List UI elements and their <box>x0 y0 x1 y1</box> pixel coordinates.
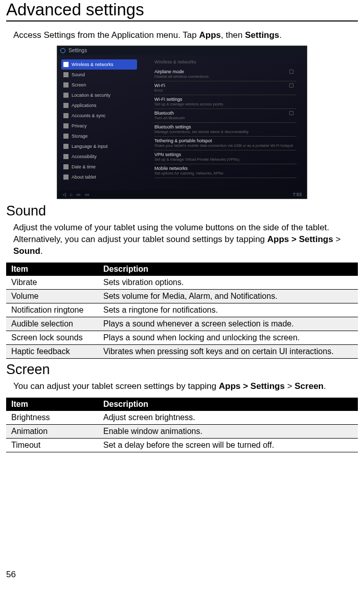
ss-item-icon <box>63 113 69 118</box>
ss-left-item: Location & security <box>63 90 135 100</box>
cell-desc: Plays a sound when locking and unlocking… <box>98 331 358 344</box>
cell-item: Brightness <box>6 411 98 425</box>
cell-item: Volume <box>6 289 98 303</box>
ss-item-icon <box>63 174 69 180</box>
ss-item-label: Screen <box>72 82 86 88</box>
screen-pre: You can adjust your tablet screen settin… <box>13 381 219 391</box>
table-row: VibrateSets vibration options. <box>6 276 358 290</box>
ss-item-label: About tablet <box>72 174 96 180</box>
ss-row-sub: Share your tablet's mobile data connecti… <box>154 143 297 148</box>
cell-item: Haptic feedback <box>6 344 98 358</box>
ss-left-item: Wireless & networks <box>61 59 137 70</box>
sound-text: Adjust the volume of your tablet using t… <box>13 222 358 257</box>
ss-item-label: Location & security <box>72 93 110 98</box>
table-row: Notification ringtoneSets a ringtone for… <box>6 303 358 317</box>
sound-table: Item Description VibrateSets vibration o… <box>6 263 358 359</box>
ss-row-sub: Turn on Bluetooth <box>154 116 297 120</box>
ss-left-item: Sound <box>63 70 135 80</box>
sound-th-item: Item <box>6 263 98 276</box>
screen-th-desc: Description <box>98 398 358 411</box>
cell-item: Notification ringtone <box>6 303 98 317</box>
cell-desc: Sets vibration options. <box>98 276 358 290</box>
table-row: BrightnessAdjust screen brightness. <box>6 411 358 425</box>
cell-desc: Plays a sound whenever a screen selectio… <box>98 317 358 331</box>
cell-desc: Enable window animations. <box>98 424 358 438</box>
cell-item: Vibrate <box>6 276 98 290</box>
ss-row-title: Wi-Fi <box>154 83 297 88</box>
ss-row-title: Tethering & portable hotspot <box>154 138 297 143</box>
ss-row-title: Bluetooth <box>154 111 297 116</box>
ss-item-label: Accessibility <box>72 154 97 159</box>
ss-clock: 7:53 <box>292 192 302 197</box>
ss-item-label: Storage <box>72 134 88 139</box>
nav-icons: ◁ ⌂ ▭ ▭ <box>62 192 89 197</box>
cell-item: Audible selection <box>6 317 98 331</box>
sound-path1: Apps > Settings <box>267 234 333 244</box>
ss-row-title: Bluetooth settings <box>154 124 297 129</box>
settings-screenshot: Settings Wireless & networksSoundScreenL… <box>57 46 307 199</box>
ss-item-icon <box>63 154 69 159</box>
ss-item-label: Wireless & networks <box>72 62 113 67</box>
sound-th-desc: Description <box>98 263 358 276</box>
sound-post: . <box>40 246 43 256</box>
table-row: Screen lock soundsPlays a sound when loc… <box>6 331 358 344</box>
ss-left-panel: Wireless & networksSoundScreenLocation &… <box>63 59 135 182</box>
ss-item-icon <box>63 103 69 108</box>
ss-item-label: Applications <box>72 103 97 108</box>
table-row: VolumeSets volume for Media, Alarm, and … <box>6 289 358 303</box>
ss-right-row: Wi-FiError <box>154 81 297 95</box>
ss-item-icon <box>63 82 69 88</box>
ss-row-title: Mobile networks <box>154 166 297 171</box>
screen-table: Item Description BrightnessAdjust screen… <box>6 398 358 452</box>
screen-path2: Screen <box>294 381 324 391</box>
checkbox-icon <box>289 83 293 88</box>
cell-desc: Set a delay before the screen will be tu… <box>98 438 358 452</box>
intro-text: Access Settings from the Application men… <box>13 30 358 41</box>
table-row: TimeoutSet a delay before the screen wil… <box>6 438 358 452</box>
ss-row-sub: Disable all wireless connections <box>154 74 297 79</box>
checkbox-icon <box>289 70 293 74</box>
ss-right-row: BluetoothTurn on Bluetooth <box>154 109 297 123</box>
ss-row-title: Airplane mode <box>154 69 297 74</box>
ss-item-label: Date & time <box>72 164 96 169</box>
cell-desc: Sets volume for Media, Alarm, and Notifi… <box>98 289 358 303</box>
ss-item-icon <box>63 62 69 67</box>
screen-path1: Apps > Settings <box>219 381 285 391</box>
ss-item-icon <box>63 164 69 169</box>
ss-left-item: Screen <box>63 80 135 90</box>
cell-item: Animation <box>6 424 98 438</box>
ss-right-row: Bluetooth settingsManage connections, se… <box>154 123 297 137</box>
page-title: Advanced settings <box>6 0 358 21</box>
intro-apps: Apps <box>199 30 221 40</box>
ss-row-sub: Error <box>154 88 297 93</box>
cell-desc: Vibrates when pressing soft keys and on … <box>98 344 358 358</box>
ss-row-title: VPN settings <box>154 152 297 157</box>
ss-right-row: Mobile networksSet options for roaming, … <box>154 164 297 178</box>
ss-right-row: Tethering & portable hotspotShare your t… <box>154 137 297 150</box>
ss-bottombar: ◁ ⌂ ▭ ▭ 7:53 <box>57 190 307 199</box>
ss-row-sub: Set up & manage Virtual Private Networks… <box>154 157 297 162</box>
ss-row-sub: Set options for roaming, networks, APNs <box>154 171 297 176</box>
page-number: 56 <box>6 570 16 580</box>
table-row: AnimationEnable window animations. <box>6 424 358 438</box>
intro-pre: Access Settings from the Application men… <box>13 30 199 40</box>
ss-item-icon <box>63 144 69 149</box>
cell-desc: Adjust screen brightness. <box>98 411 358 425</box>
ss-item-icon <box>63 134 69 139</box>
sound-heading: Sound <box>6 203 358 219</box>
gear-icon <box>60 48 65 53</box>
cell-item: Timeout <box>6 438 98 452</box>
ss-left-item: Privacy <box>63 121 135 131</box>
cell-desc: Sets a ringtone for notifications. <box>98 303 358 317</box>
ss-left-item: Language & input <box>63 141 135 151</box>
ss-item-label: Language & input <box>72 144 108 149</box>
screen-post: . <box>324 381 326 391</box>
table-row: Audible selectionPlays a sound whenever … <box>6 317 358 331</box>
sound-mid: > <box>333 234 341 244</box>
cell-item: Screen lock sounds <box>6 331 98 344</box>
ss-row-title: Wi-Fi settings <box>154 97 297 102</box>
screen-text: You can adjust your tablet screen settin… <box>13 381 358 392</box>
intro-mid: , then <box>221 30 245 40</box>
ss-right-row: Wi-Fi settingsSet up & manage wireless a… <box>154 95 297 109</box>
ss-item-label: Sound <box>72 72 85 77</box>
